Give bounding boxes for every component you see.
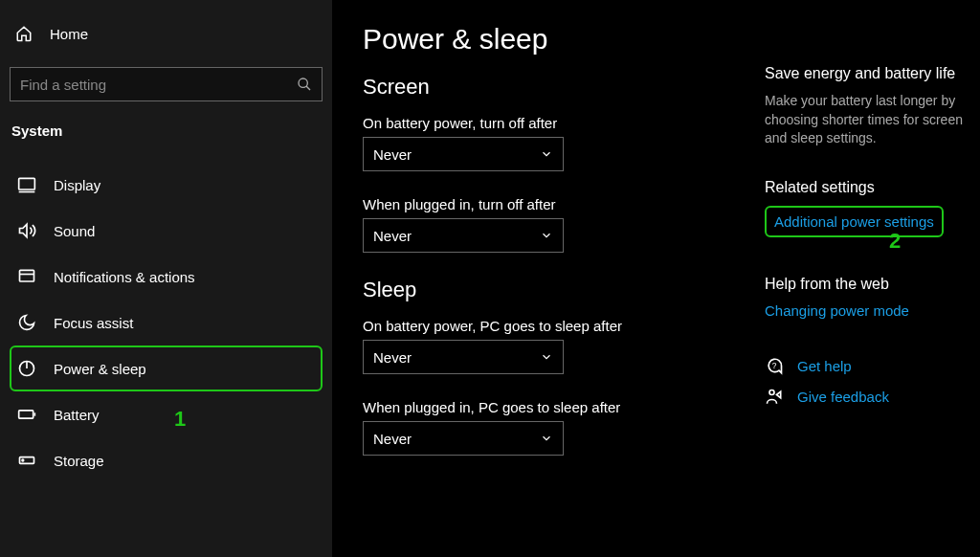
svg-rect-2: [19, 178, 35, 189]
sleep-plugged-label: When plugged in, PC goes to sleep after: [363, 399, 698, 415]
sleep-plugged-select[interactable]: Never: [363, 421, 564, 456]
section-sleep-heading: Sleep: [363, 278, 698, 302]
annotation-marker-1: 1: [174, 407, 186, 432]
sidebar-item-label: Notifications & actions: [54, 269, 195, 285]
sidebar-item-notifications[interactable]: Notifications & actions: [10, 254, 323, 300]
sleep-battery-label: On battery power, PC goes to sleep after: [363, 318, 698, 334]
svg-point-14: [769, 390, 774, 394]
battery-icon: [17, 405, 36, 424]
search-icon: [297, 77, 312, 92]
get-help-link[interactable]: Get help: [797, 358, 852, 374]
sidebar-item-home[interactable]: Home: [10, 17, 323, 50]
sidebar: Home System Display Sound Notifications …: [0, 0, 332, 557]
right-column: Save energy and battery life Make your b…: [765, 65, 980, 557]
give-feedback-row[interactable]: Give feedback: [765, 388, 980, 407]
sleep-battery-select[interactable]: Never: [363, 340, 564, 374]
home-icon: [15, 25, 33, 42]
screen-plugged-label: When plugged in, turn off after: [363, 196, 698, 212]
sidebar-item-label: Power & sleep: [54, 361, 146, 377]
search-input[interactable]: [20, 77, 297, 93]
give-feedback-link[interactable]: Give feedback: [797, 389, 889, 405]
settings-column: Power & sleep Screen On battery power, t…: [363, 23, 698, 557]
chevron-down-icon: [540, 432, 553, 445]
svg-marker-4: [20, 224, 28, 236]
sidebar-item-label: Focus assist: [54, 315, 133, 331]
select-value: Never: [373, 146, 412, 163]
storage-icon: [17, 451, 36, 470]
get-help-row[interactable]: ? Get help: [765, 357, 980, 376]
svg-line-1: [306, 86, 310, 90]
screen-battery-label: On battery power, turn off after: [363, 115, 698, 131]
section-screen-heading: Screen: [363, 75, 698, 100]
sidebar-item-label: Storage: [54, 453, 104, 469]
sidebar-item-label: Battery: [54, 407, 100, 423]
select-value: Never: [373, 228, 412, 244]
webhelp-link-changing-power-mode[interactable]: Changing power mode: [765, 302, 909, 319]
svg-text:?: ?: [772, 360, 777, 369]
chevron-down-icon: [540, 350, 553, 364]
sidebar-section-label: System: [11, 123, 323, 139]
svg-point-0: [299, 78, 307, 87]
screen-battery-select[interactable]: Never: [363, 137, 564, 171]
sidebar-item-label: Display: [54, 177, 100, 193]
power-icon: [17, 359, 36, 378]
sidebar-item-storage[interactable]: Storage: [10, 437, 323, 483]
sidebar-item-focus-assist[interactable]: Focus assist: [10, 300, 323, 345]
related-settings-title: Related settings: [765, 179, 980, 196]
related-link-additional-power[interactable]: Additional power settings: [765, 206, 944, 237]
display-icon: [17, 175, 36, 194]
svg-point-12: [22, 459, 24, 461]
feedback-icon: [765, 388, 784, 407]
webhelp-title: Help from the web: [765, 276, 980, 293]
svg-rect-9: [19, 411, 33, 418]
sidebar-list: Display Sound Notifications & actions Fo…: [10, 162, 323, 483]
chevron-down-icon: [540, 147, 553, 161]
chevron-down-icon: [540, 229, 553, 242]
energy-title: Save energy and battery life: [765, 65, 980, 82]
select-value: Never: [373, 431, 412, 447]
main-content: Power & sleep Screen On battery power, t…: [332, 0, 980, 557]
select-value: Never: [373, 349, 412, 366]
home-label: Home: [50, 26, 88, 42]
sidebar-item-label: Sound: [54, 223, 95, 239]
annotation-marker-2: 2: [889, 229, 901, 254]
sidebar-item-sound[interactable]: Sound: [10, 208, 323, 254]
screen-plugged-select[interactable]: Never: [363, 218, 564, 253]
sound-icon: [17, 221, 36, 240]
moon-icon: [17, 313, 36, 332]
sidebar-item-display[interactable]: Display: [10, 162, 323, 208]
search-box[interactable]: [10, 67, 323, 101]
sidebar-item-power-sleep[interactable]: Power & sleep: [10, 345, 323, 391]
chat-help-icon: ?: [765, 357, 784, 376]
sidebar-item-battery[interactable]: Battery: [10, 391, 323, 437]
page-title: Power & sleep: [363, 23, 698, 56]
notifications-icon: [17, 267, 36, 286]
energy-text: Make your battery last longer by choosin…: [765, 92, 980, 148]
svg-rect-5: [20, 270, 34, 281]
